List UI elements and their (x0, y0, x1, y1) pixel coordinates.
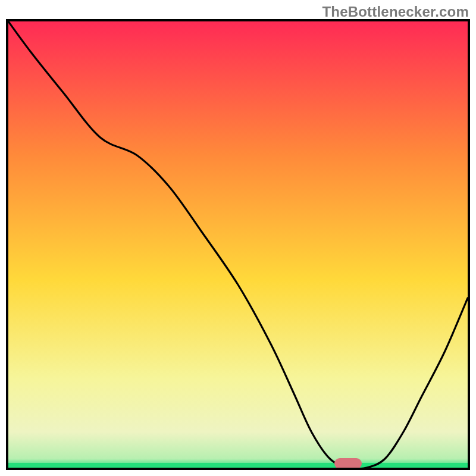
watermark-text: TheBottlenecker.com (322, 4, 469, 20)
plot-frame (6, 19, 470, 470)
bottleneck-curve (8, 21, 468, 468)
chart-stage: TheBottlenecker.com (0, 0, 476, 476)
optimal-marker-pill (334, 458, 362, 469)
